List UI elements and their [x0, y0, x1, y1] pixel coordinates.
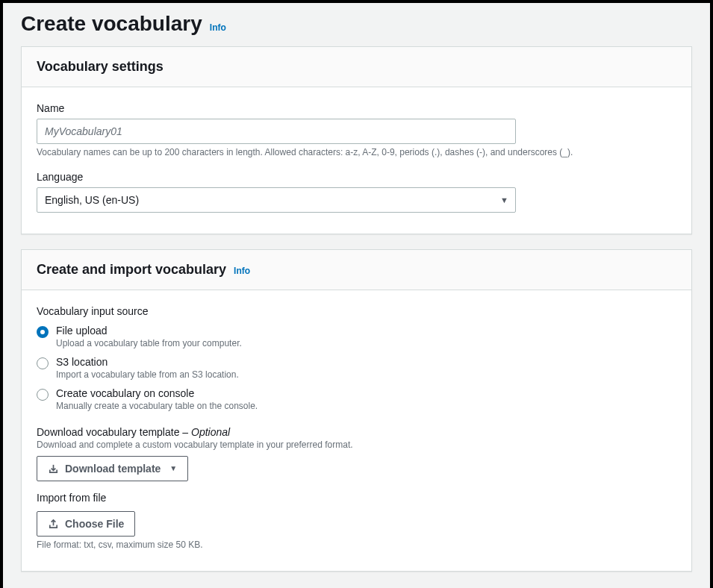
- radio-label: S3 location: [56, 356, 676, 368]
- import-vocabulary-panel: Create and import vocabulary Info Vocabu…: [21, 249, 692, 572]
- optional-label: – Optional: [179, 426, 230, 438]
- radio-indicator: [37, 389, 49, 401]
- choose-file-button[interactable]: Choose File: [37, 511, 135, 537]
- download-template-label: Download vocabulary template – Optional: [37, 426, 676, 438]
- chevron-down-icon: ▼: [169, 461, 177, 476]
- import-file-group: Import from file Choose File File format…: [37, 492, 676, 550]
- name-input[interactable]: [37, 119, 516, 144]
- download-template-group: Download vocabulary template – Optional …: [37, 426, 676, 481]
- radio-label: Create vocabulary on console: [56, 387, 676, 399]
- panel-header: Vocabulary settings: [22, 47, 691, 87]
- language-select[interactable]: English, US (en-US) ▼: [37, 187, 516, 213]
- radio-create-on-console[interactable]: Create vocabulary on console Manually cr…: [37, 387, 676, 411]
- language-value: English, US (en-US): [37, 187, 516, 213]
- radio-desc: Upload a vocabulary table from your comp…: [56, 338, 676, 348]
- radio-content: File upload Upload a vocabulary table fr…: [56, 325, 676, 348]
- download-template-button-label: Download template: [65, 461, 161, 476]
- radio-label: File upload: [56, 325, 676, 337]
- choose-file-button-label: Choose File: [65, 516, 124, 531]
- radio-desc: Import a vocabulary table from an S3 loc…: [56, 369, 676, 380]
- language-field-group: Language English, US (en-US) ▼: [37, 171, 676, 213]
- upload-icon: [48, 519, 59, 530]
- import-file-label: Import from file: [37, 492, 676, 504]
- radio-content: S3 location Import a vocabulary table fr…: [56, 356, 676, 380]
- input-source-radio-group: File upload Upload a vocabulary table fr…: [37, 325, 676, 411]
- input-source-label: Vocabulary input source: [37, 305, 676, 317]
- download-template-button[interactable]: Download template ▼: [37, 456, 188, 481]
- radio-content: Create vocabulary on console Manually cr…: [56, 387, 676, 411]
- panel-body: Name Vocabulary names can be up to 200 c…: [22, 87, 691, 234]
- download-icon: [48, 463, 59, 475]
- radio-s3-location[interactable]: S3 location Import a vocabulary table fr…: [37, 356, 676, 380]
- language-label: Language: [37, 171, 676, 183]
- panel-header: Create and import vocabulary Info: [22, 250, 691, 290]
- info-link[interactable]: Info: [210, 22, 226, 33]
- panel-title: Vocabulary settings: [37, 59, 164, 75]
- info-link[interactable]: Info: [234, 266, 250, 276]
- radio-file-upload[interactable]: File upload Upload a vocabulary table fr…: [37, 325, 676, 348]
- page-header: Create vocabulary Info: [21, 12, 692, 36]
- name-label: Name: [37, 102, 676, 114]
- panel-body: Vocabulary input source File upload Uplo…: [22, 290, 691, 571]
- vocabulary-settings-panel: Vocabulary settings Name Vocabulary name…: [21, 46, 692, 234]
- import-file-help: File format: txt, csv, maximum size 50 K…: [37, 539, 676, 550]
- page-container: Create vocabulary Info Vocabulary settin…: [3, 3, 710, 588]
- radio-indicator: [37, 326, 49, 338]
- panel-title: Create and import vocabulary: [37, 262, 226, 278]
- page-title: Create vocabulary: [21, 12, 202, 36]
- download-template-help: Download and complete a custom vocabular…: [37, 440, 676, 450]
- name-field-group: Name Vocabulary names can be up to 200 c…: [37, 102, 676, 157]
- name-help-text: Vocabulary names can be up to 200 charac…: [37, 147, 676, 157]
- radio-desc: Manually create a vocabulary table on th…: [56, 401, 676, 411]
- download-template-label-text: Download vocabulary template: [37, 426, 179, 438]
- radio-indicator: [37, 357, 49, 369]
